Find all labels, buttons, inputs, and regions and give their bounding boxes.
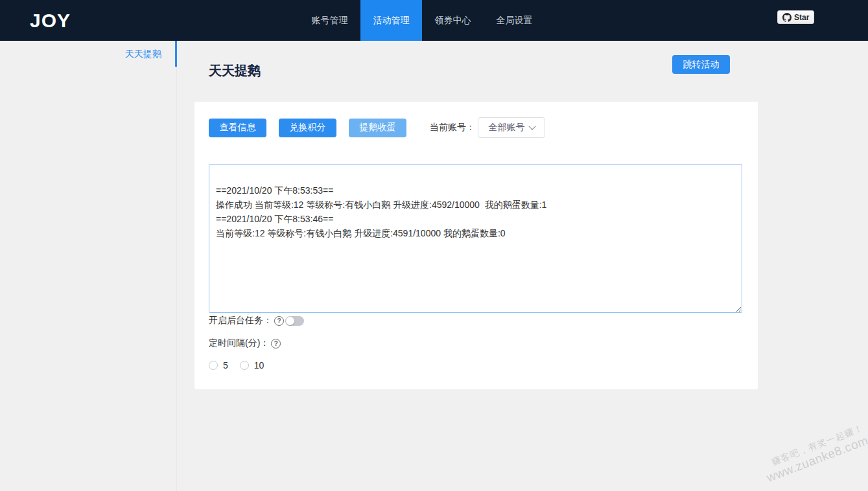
background-task-row: 开启后台任务： [209,315,304,326]
background-task-label: 开启后台任务： [209,315,272,326]
sidebar-item-label: 天天提鹅 [125,49,161,59]
nav-item-settings[interactable]: 全局设置 [484,0,545,41]
app-logo[interactable]: JOY [30,0,71,41]
collect-eggs-button[interactable]: 提鹅收蛋 [349,119,406,137]
interval-label: 定时间隔(分)： [209,337,269,349]
page-title: 天天提鹅 [209,62,261,80]
card-toolbar: 查看信息 兑换积分 提鹅收蛋 当前账号： 全部账号 [209,117,744,138]
sidebar: 天天提鹅 [0,41,177,491]
interval-row: 定时间隔(分)： [209,337,281,349]
radio-interval-10[interactable] [240,361,249,370]
main-nav: 账号管理 活动管理 领券中心 全局设置 [299,0,545,41]
sidebar-item-ttte[interactable]: 天天提鹅 [0,41,176,67]
log-textarea[interactable]: ==2021/10/20 下午8:53:53== 操作成功 当前等级:12 等级… [209,164,742,313]
radio-label-10[interactable]: 10 [254,360,264,371]
view-info-button[interactable]: 查看信息 [209,119,266,137]
active-indicator-bar [175,41,177,67]
github-icon [782,13,792,22]
chevron-down-icon [528,122,535,130]
nav-item-accounts[interactable]: 账号管理 [299,0,360,41]
header: JOY 账号管理 活动管理 领券中心 全局设置 Star [0,0,868,41]
account-select[interactable]: 全部账号 [478,117,545,138]
account-select-value: 全部账号 [489,122,525,133]
watermark-slogan: 赚客吧，有奖一起赚！ [721,422,865,486]
nav-item-coupons[interactable]: 领券中心 [422,0,484,41]
toggle-knob [286,317,294,325]
help-circle-icon[interactable] [274,316,284,326]
exchange-points-button[interactable]: 兑换积分 [279,119,336,137]
github-star-button[interactable]: Star [777,10,814,24]
nav-item-activities[interactable]: 活动管理 [360,0,422,41]
background-task-toggle[interactable] [285,316,304,326]
page: JOY 账号管理 活动管理 领券中心 全局设置 Star 天天提鹅 天天提鹅 跳… [0,0,868,491]
radio-label-5[interactable]: 5 [223,360,228,371]
current-account-label: 当前账号： [430,122,475,133]
jump-to-activity-button[interactable]: 跳转活动 [672,55,730,74]
github-star-label: Star [794,13,809,22]
watermark-url: www.zuanke8.com [726,433,868,491]
help-circle-icon[interactable] [271,339,281,348]
content-card: 查看信息 兑换积分 提鹅收蛋 当前账号： 全部账号 ==2021/10/20 下… [194,102,758,389]
interval-radio-group: 5 10 [209,360,264,371]
radio-interval-5[interactable] [209,361,218,370]
watermark: 赚客吧，有奖一起赚！ www.zuanke8.com [721,422,868,491]
